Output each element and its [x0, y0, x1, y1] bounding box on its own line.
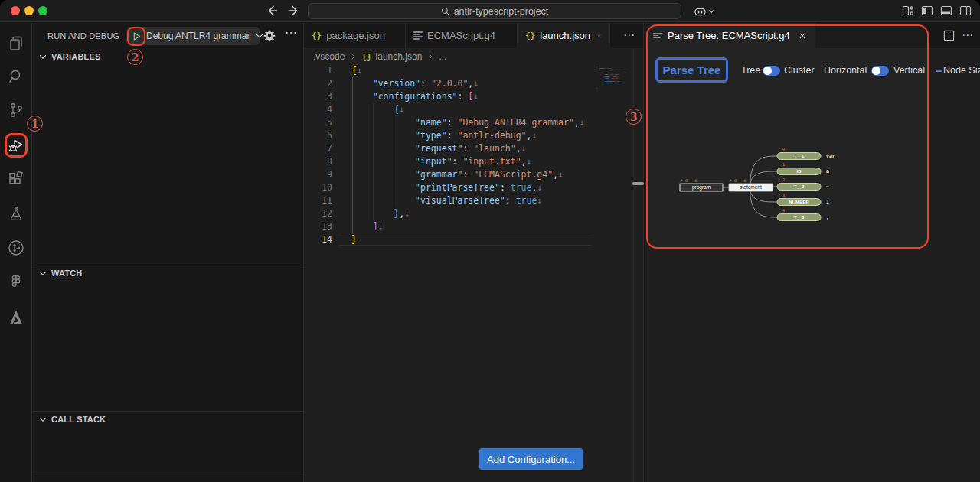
json-file-icon: {} — [525, 31, 535, 41]
zoom-window-button[interactable] — [38, 6, 47, 15]
code-line[interactable]: 1{↓ — [304, 64, 635, 77]
line-content: } — [596, 87, 597, 89]
code-line[interactable]: 5 "name": "Debug ANTLR4 grammar",↓ — [304, 116, 635, 129]
line-number: 6 — [304, 129, 332, 142]
toggle-panel-icon[interactable] — [940, 5, 952, 17]
code-editor[interactable]: {↓ "version": "2.0.0",↓ "configurations"… — [596, 66, 632, 89]
vscode-window: antlr-typescript-project — [0, 0, 980, 482]
code-line[interactable]: 8 "input": "input.txt",↓ — [304, 155, 635, 168]
tab-launch-json[interactable]: {} launch.json — [518, 23, 610, 48]
customize-layout-icon[interactable] — [902, 5, 914, 17]
line-number: 7 — [304, 142, 332, 155]
code-line[interactable]: 13 ]↓ — [304, 220, 635, 233]
add-configuration-button[interactable]: Add Configuration... — [479, 448, 583, 470]
breadcrumb-file[interactable]: launch.json — [376, 51, 423, 62]
chevron-right-icon — [348, 52, 358, 61]
code-line[interactable]: 2 "version": "2.0.0",↓ — [304, 77, 635, 90]
figma-icon[interactable] — [7, 273, 25, 291]
line-content: {↓ — [351, 103, 404, 116]
code-line[interactable]: 3 "configurations": [↓ — [304, 90, 635, 103]
activity-bar — [0, 23, 32, 482]
search-sidebar-icon[interactable] — [7, 67, 25, 86]
copilot-menu[interactable] — [694, 5, 717, 18]
line-number: 13 — [304, 220, 332, 233]
tab-package-json[interactable]: {} package.json — [304, 23, 406, 48]
json-file-icon: {} — [312, 31, 322, 41]
line-content: } — [351, 233, 357, 246]
line-content: ]↓ — [351, 220, 384, 233]
search-value: antlr-typescript-project — [454, 6, 549, 17]
code-line[interactable]: 9 "grammar": "ECMAScript.g4",↓ — [304, 168, 635, 181]
command-center-search[interactable]: antlr-typescript-project — [308, 3, 681, 19]
line-content: },↓ — [351, 207, 410, 220]
antlr-icon[interactable] — [7, 308, 25, 327]
sash-handle[interactable] — [632, 182, 644, 185]
editor-group: {} package.json ECMAScript.g4 {} launch.… — [304, 23, 644, 482]
code-line[interactable]: 10 "printParseTree": true,↓ — [304, 181, 635, 194]
line-number: 2 — [304, 77, 332, 90]
section-divider — [33, 477, 304, 477]
tab-ecmascript-g4[interactable]: ECMAScript.g4 — [406, 23, 518, 48]
watch-section-header[interactable]: WATCH — [33, 265, 304, 281]
line-content: "grammar": "ECMAScript.g4",↓ — [351, 168, 564, 181]
tab-label: ECMAScript.g4 — [427, 30, 495, 41]
breadcrumb-symbol[interactable]: ... — [439, 51, 446, 62]
section-label: CALL STACK — [51, 415, 106, 424]
chevron-down-icon — [708, 8, 714, 15]
code-line[interactable]: } — [596, 87, 632, 89]
line-number: 3 — [304, 90, 332, 103]
line-number: 8 — [304, 155, 332, 168]
code-line[interactable]: 11 "visualParseTree": true↓ — [304, 194, 635, 207]
line-number: 12 — [304, 207, 332, 220]
line-content: "name": "Debug ANTLR4 grammar",↓ — [351, 116, 585, 129]
breadcrumb-folder[interactable]: .vscode — [313, 51, 345, 62]
code-line[interactable]: 6 "type": "antlr-debug",↓ — [304, 129, 635, 142]
section-label: WATCH — [51, 269, 83, 278]
line-number: 4 — [304, 103, 332, 116]
close-icon[interactable] — [596, 31, 602, 41]
tab-label: launch.json — [540, 30, 590, 41]
explorer-icon[interactable] — [7, 34, 25, 53]
source-control-icon[interactable] — [7, 101, 25, 119]
toggle-secondary-sidebar-icon[interactable] — [959, 5, 972, 17]
code-editor[interactable]: 1{↓2 "version": "2.0.0",↓3 "configuratio… — [304, 64, 635, 246]
close-window-button[interactable] — [11, 6, 20, 15]
code-line[interactable]: 14} — [304, 233, 635, 246]
breadcrumb[interactable]: .vscode {} launch.json ... — [313, 48, 446, 65]
toggle-primary-sidebar-icon[interactable] — [921, 5, 933, 17]
line-number: 10 — [304, 181, 332, 194]
git-graph-icon[interactable] — [7, 239, 25, 257]
chevron-down-icon — [38, 51, 48, 62]
editor-more-actions-icon[interactable]: ⋯ — [623, 28, 635, 42]
testing-icon[interactable] — [7, 204, 25, 223]
code-line[interactable]: 7 "request": "launch",↓ — [304, 142, 635, 155]
annotation-box-play-button — [127, 27, 145, 46]
configure-gear-icon[interactable] — [263, 30, 276, 42]
line-content: {↓ — [351, 64, 362, 77]
call-stack-section-header[interactable]: CALL STACK — [33, 412, 304, 427]
navigate-forward-icon[interactable] — [286, 4, 300, 18]
line-content: "configurations": [↓ — [351, 90, 479, 103]
annotation-box-activity-debug — [5, 133, 28, 158]
search-icon — [441, 7, 450, 16]
line-content: "type": "antlr-debug",↓ — [351, 129, 537, 142]
grammar-file-icon — [413, 31, 423, 41]
tab-label: package.json — [326, 30, 385, 41]
minimize-window-button[interactable] — [24, 6, 34, 15]
chevron-right-icon — [426, 52, 435, 61]
views-more-actions-icon[interactable]: ⋯ — [285, 25, 299, 39]
code-line[interactable]: 12 },↓ — [304, 207, 635, 220]
variables-section-header[interactable]: VARIABLES — [33, 49, 304, 64]
run-and-debug-sidebar: RUN AND DEBUG Debug ANTLR4 grammar ⋯ VAR… — [33, 23, 304, 482]
line-number: 5 — [304, 116, 332, 129]
code-line[interactable]: 4 {↓ — [304, 103, 635, 116]
minimap[interactable]: {↓ "version": "2.0.0",↓ "configurations"… — [596, 66, 632, 92]
debug-config-dropdown[interactable]: Debug ANTLR4 grammar — [126, 27, 260, 45]
extensions-icon[interactable] — [7, 170, 25, 188]
debug-config-label: Debug ANTLR4 grammar — [146, 31, 250, 41]
navigate-back-icon[interactable] — [266, 4, 279, 18]
line-content: "printParseTree": true,↓ — [351, 181, 542, 194]
line-number: 9 — [304, 168, 332, 181]
section-label: VARIABLES — [51, 52, 101, 61]
title-bar: antlr-typescript-project — [0, 0, 980, 22]
